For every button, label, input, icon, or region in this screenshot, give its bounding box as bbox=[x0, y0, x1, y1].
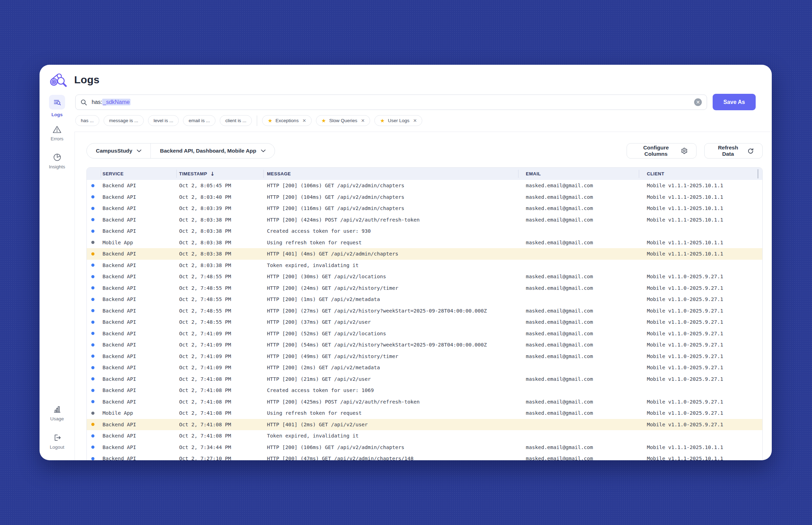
remove-filter-icon[interactable]: × bbox=[303, 118, 306, 124]
cell-timestamp: Oct 2, 7:48:55 PM bbox=[176, 285, 263, 291]
log-row[interactable]: Backend API Oct 2, 7:48:55 PM HTTP [200]… bbox=[87, 316, 762, 328]
cell-client: Mobile v1.1.0-2025.9.27.1 bbox=[639, 342, 762, 348]
table-scrollbar-thumb[interactable] bbox=[757, 169, 758, 178]
level-dot bbox=[91, 434, 94, 438]
saved-filter-chip[interactable]: ★ User Logs × bbox=[374, 115, 422, 126]
client-column-header[interactable]: CLIENT bbox=[639, 168, 762, 180]
saved-filter-group: ★ Exceptions × ★ Slow Queries × ★ User L… bbox=[262, 115, 422, 126]
cell-service: Mobile App bbox=[101, 410, 176, 416]
cell-message: HTTP [200] (52ms) GET /api/v2/locations bbox=[263, 331, 518, 336]
cell-timestamp: Oct 2, 8:03:38 PM bbox=[176, 251, 263, 257]
content-divider-horizontal bbox=[75, 132, 772, 132]
sidebar-item-insights[interactable]: Insights bbox=[40, 153, 75, 169]
cell-message: HTTP [200] (47ms) GET /api/v2/admin/chap… bbox=[263, 456, 518, 460]
clear-search-button[interactable]: ✕ bbox=[694, 98, 702, 106]
scope-selector: CampusStudy Backend API, Dashboard, Mobi… bbox=[86, 143, 275, 159]
cell-service: Backend API bbox=[101, 444, 176, 450]
cell-email: masked.email@gmail.com bbox=[518, 342, 639, 348]
cell-message: HTTP [200] (54ms) GET /api/v2/history?we… bbox=[263, 342, 518, 348]
filter-suggestion-chip[interactable]: message is ... bbox=[104, 115, 144, 126]
log-row[interactable]: Backend API Oct 2, 7:41:08 PM Token expi… bbox=[87, 430, 762, 442]
cell-client: Mobile v1.1.0-2025.9.27.1 bbox=[639, 296, 762, 302]
log-row[interactable]: Backend API Oct 2, 8:03:38 PM HTTP [200]… bbox=[87, 214, 762, 226]
filter-suggestion-chip[interactable]: has ... bbox=[75, 115, 99, 126]
level-dot bbox=[91, 230, 94, 233]
search-input[interactable]: has:_sdkName ✕ bbox=[75, 94, 707, 110]
level-dot bbox=[91, 207, 94, 210]
cell-email: masked.email@gmail.com bbox=[518, 319, 639, 325]
saved-filter-chip[interactable]: ★ Exceptions × bbox=[262, 115, 311, 126]
log-row[interactable]: Backend API Oct 2, 8:03:38 PM Created ac… bbox=[87, 225, 762, 237]
cell-client: Mobile v1.1.0-2025.9.27.1 bbox=[639, 319, 762, 325]
log-row[interactable]: Mobile App Oct 2, 7:41:08 PM Using refre… bbox=[87, 407, 762, 419]
log-row[interactable]: Backend API Oct 2, 7:41:09 PM HTTP [200]… bbox=[87, 339, 762, 351]
log-row[interactable]: Backend API Oct 2, 8:05:45 PM HTTP [200]… bbox=[87, 180, 762, 191]
search-token-suggestion: _sdkName bbox=[102, 99, 130, 105]
level-dot bbox=[91, 252, 94, 255]
cell-timestamp: Oct 2, 8:05:45 PM bbox=[176, 183, 263, 188]
cell-service: Mobile App bbox=[101, 240, 176, 245]
sidebar-item-errors[interactable]: Errors bbox=[40, 125, 75, 141]
cell-message: HTTP [200] (49ms) GET /api/v2/history/ti… bbox=[263, 354, 518, 359]
level-dot bbox=[91, 343, 94, 346]
cell-service: Backend API bbox=[101, 194, 176, 200]
timestamp-column-header[interactable]: TIMESTAMP↓ bbox=[176, 168, 263, 180]
cell-email: masked.email@gmail.com bbox=[518, 274, 639, 279]
log-row[interactable]: Backend API Oct 2, 7:41:08 PM HTTP [200]… bbox=[87, 373, 762, 385]
level-dot bbox=[91, 309, 94, 312]
cell-service: Backend API bbox=[101, 251, 176, 257]
cell-timestamp: Oct 2, 7:41:09 PM bbox=[176, 342, 263, 348]
project-dropdown[interactable]: CampusStudy bbox=[87, 144, 150, 158]
service-column-header[interactable]: SERVICE bbox=[101, 168, 176, 180]
log-row[interactable]: Backend API Oct 2, 8:03:38 PM HTTP [401]… bbox=[87, 248, 762, 260]
log-row[interactable]: Backend API Oct 2, 7:41:08 PM HTTP [200]… bbox=[87, 396, 762, 408]
services-dropdown[interactable]: Backend API, Dashboard, Mobile App bbox=[150, 144, 274, 158]
log-row[interactable]: Backend API Oct 2, 7:41:08 PM Created ac… bbox=[87, 385, 762, 396]
log-row[interactable]: Backend API Oct 2, 8:03:38 PM Token expi… bbox=[87, 260, 762, 271]
cell-email: masked.email@gmail.com bbox=[518, 308, 639, 314]
cell-timestamp: Oct 2, 7:34:44 PM bbox=[176, 444, 263, 450]
configure-columns-button[interactable]: Configure Columns bbox=[627, 143, 697, 159]
remove-filter-icon[interactable]: × bbox=[361, 118, 365, 124]
log-row[interactable]: Backend API Oct 2, 7:48:55 PM HTTP [200]… bbox=[87, 294, 762, 305]
log-row[interactable]: Backend API Oct 2, 7:48:55 PM HTTP [200]… bbox=[87, 271, 762, 282]
remove-filter-icon[interactable]: × bbox=[413, 118, 417, 124]
cell-timestamp: Oct 2, 8:03:40 PM bbox=[176, 194, 263, 200]
filter-suggestion-chip[interactable]: level is ... bbox=[148, 115, 179, 126]
sidebar-item-logout[interactable]: Logout bbox=[40, 433, 75, 450]
log-row[interactable]: Backend API Oct 2, 7:48:55 PM HTTP [200]… bbox=[87, 282, 762, 294]
log-row[interactable]: Backend API Oct 2, 7:48:55 PM HTTP [200]… bbox=[87, 305, 762, 317]
email-column-header[interactable]: EMAIL bbox=[518, 168, 639, 180]
log-row[interactable]: Backend API Oct 2, 8:03:39 PM HTTP [200]… bbox=[87, 203, 762, 214]
cell-service: Backend API bbox=[101, 456, 176, 460]
cell-email: masked.email@gmail.com bbox=[518, 410, 639, 416]
logs-table: SERVICE TIMESTAMP↓ MESSAGE EMAIL CLIENT … bbox=[86, 167, 763, 460]
saved-filter-chip[interactable]: ★ Slow Queries × bbox=[316, 115, 370, 126]
log-row[interactable]: Backend API Oct 2, 7:41:09 PM HTTP [200]… bbox=[87, 328, 762, 340]
log-row[interactable]: Backend API Oct 2, 8:03:40 PM HTTP [200]… bbox=[87, 191, 762, 203]
log-row[interactable]: Backend API Oct 2, 7:41:08 PM HTTP [401]… bbox=[87, 419, 762, 430]
log-row[interactable]: Backend API Oct 2, 7:34:44 PM HTTP [200]… bbox=[87, 442, 762, 453]
log-row[interactable]: Backend API Oct 2, 7:27:10 PM HTTP [200]… bbox=[87, 453, 762, 460]
sidebar-item-logs[interactable]: Logs bbox=[40, 95, 75, 117]
level-dot bbox=[91, 286, 94, 289]
refresh-data-button[interactable]: Refresh Data bbox=[704, 143, 763, 159]
save-as-button[interactable]: Save As bbox=[713, 94, 756, 110]
log-row[interactable]: Backend API Oct 2, 7:41:09 PM HTTP [200]… bbox=[87, 362, 762, 373]
level-dot bbox=[91, 412, 94, 415]
cell-email: masked.email@gmail.com bbox=[518, 331, 639, 336]
sidebar-item-usage[interactable]: Usage bbox=[40, 405, 75, 421]
star-icon: ★ bbox=[268, 118, 272, 124]
log-row[interactable]: Mobile App Oct 2, 8:03:38 PM Using refre… bbox=[87, 237, 762, 248]
message-column-header[interactable]: MESSAGE bbox=[263, 168, 518, 180]
cell-message: HTTP [200] (30ms) GET /api/v2/locations bbox=[263, 274, 518, 279]
filter-suggestion-chip[interactable]: email is ... bbox=[183, 115, 216, 126]
cell-timestamp: Oct 2, 7:41:08 PM bbox=[176, 433, 263, 439]
cell-client: Mobile v1.1.0-2025.9.27.1 bbox=[639, 399, 762, 405]
cell-timestamp: Oct 2, 7:41:09 PM bbox=[176, 331, 263, 336]
log-row[interactable]: Backend API Oct 2, 7:41:09 PM HTTP [200]… bbox=[87, 351, 762, 362]
cell-timestamp: Oct 2, 8:03:38 PM bbox=[176, 240, 263, 245]
cell-email: masked.email@gmail.com bbox=[518, 205, 639, 211]
cell-message: HTTP [200] (424ms) POST /api/v2/auth/ref… bbox=[263, 217, 518, 223]
filter-suggestion-chip[interactable]: client is ... bbox=[220, 115, 252, 126]
